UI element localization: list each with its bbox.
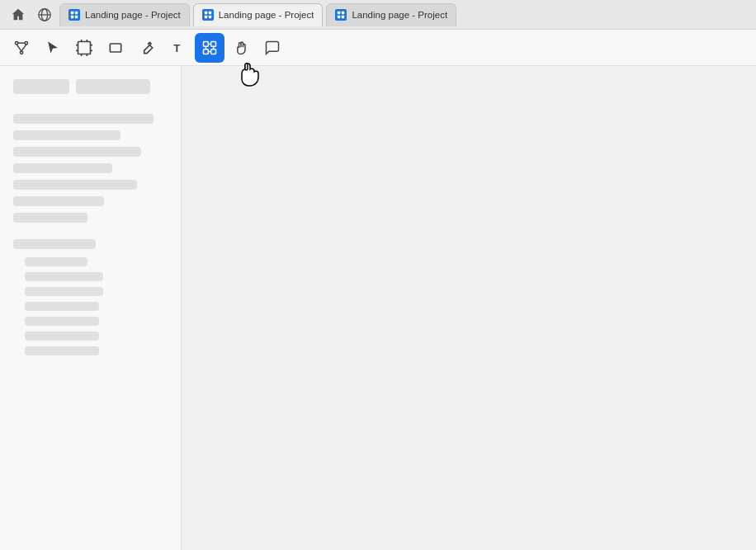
components-tool-button[interactable]	[195, 33, 224, 63]
skeleton-g2-line-6	[25, 331, 99, 341]
svg-rect-3	[71, 12, 73, 14]
frame-tool-button[interactable]	[69, 33, 99, 63]
svg-point-16	[25, 41, 27, 44]
canvas-area[interactable]	[182, 66, 756, 550]
svg-text:T: T	[173, 42, 180, 54]
skeleton-line-2	[13, 130, 120, 140]
svg-rect-21	[78, 41, 91, 54]
skeleton-button-2	[76, 79, 150, 94]
main-toolbar: T	[0, 30, 756, 66]
svg-rect-10	[209, 16, 211, 18]
browser-tab-bar: Landing page - Project Landing page - Pr…	[0, 0, 756, 30]
skeleton-indent-group	[25, 257, 168, 355]
select-tool-button[interactable]	[38, 33, 68, 63]
skeleton-g2-line-7	[25, 346, 99, 355]
pen-tool-button[interactable]	[132, 33, 162, 63]
tab-label-3: Landing page - Project	[352, 10, 447, 20]
skeleton-line-4	[13, 163, 112, 173]
tab-label-1: Landing page - Project	[85, 10, 181, 20]
skeleton-line-7	[13, 213, 87, 223]
browser-tab-2[interactable]: Landing page - Project	[193, 3, 324, 26]
svg-rect-12	[342, 12, 344, 14]
svg-rect-7	[205, 12, 207, 14]
svg-line-20	[21, 44, 26, 50]
text-tool-button[interactable]: T	[163, 33, 193, 63]
skeleton-buttons-group	[13, 79, 168, 94]
skeleton-g2-line-4	[25, 302, 99, 311]
skeleton-g2-line-1	[25, 257, 87, 266]
hand-tool-button[interactable]	[226, 33, 256, 63]
svg-rect-5	[71, 16, 73, 18]
skeleton-button-1	[13, 79, 69, 94]
svg-rect-34	[204, 49, 209, 54]
skeleton-group2-header	[13, 239, 96, 249]
nodes-tool-button[interactable]	[7, 33, 36, 63]
svg-point-17	[20, 51, 22, 54]
comment-tool-button[interactable]	[258, 33, 287, 63]
skeleton-g2-line-3	[25, 287, 103, 296]
tab-favicon-2	[202, 9, 214, 21]
svg-rect-32	[204, 41, 209, 46]
svg-line-19	[17, 44, 21, 50]
svg-point-15	[16, 41, 18, 44]
home-button[interactable]	[7, 3, 30, 26]
svg-rect-13	[338, 16, 340, 18]
globe-button[interactable]	[33, 3, 56, 26]
browser-tab-1[interactable]: Landing page - Project	[59, 3, 190, 26]
skeleton-line-5	[13, 180, 137, 190]
svg-rect-6	[75, 16, 78, 18]
skeleton-line-3	[13, 147, 141, 157]
svg-rect-8	[209, 12, 211, 14]
tab-favicon-1	[69, 9, 80, 21]
svg-rect-14	[342, 16, 344, 18]
skeleton-text-group-1	[13, 114, 168, 223]
svg-rect-35	[211, 49, 216, 54]
skeleton-g2-line-2	[25, 272, 103, 281]
main-content-area	[0, 66, 756, 550]
svg-rect-30	[110, 44, 120, 52]
skeleton-g2-line-5	[25, 317, 99, 326]
tab-favicon-3	[335, 9, 347, 21]
skeleton-line-1	[13, 114, 154, 124]
svg-rect-4	[75, 12, 78, 14]
svg-rect-33	[211, 41, 216, 46]
skeleton-line-6	[13, 196, 104, 206]
svg-rect-9	[205, 16, 207, 18]
tab-label-2: Landing page - Project	[219, 10, 314, 20]
left-panel	[0, 66, 182, 550]
rect-tool-button[interactable]	[101, 33, 130, 63]
browser-tab-3[interactable]: Landing page - Project	[326, 3, 456, 26]
svg-rect-11	[338, 12, 340, 14]
skeleton-text-group-2	[13, 239, 168, 355]
